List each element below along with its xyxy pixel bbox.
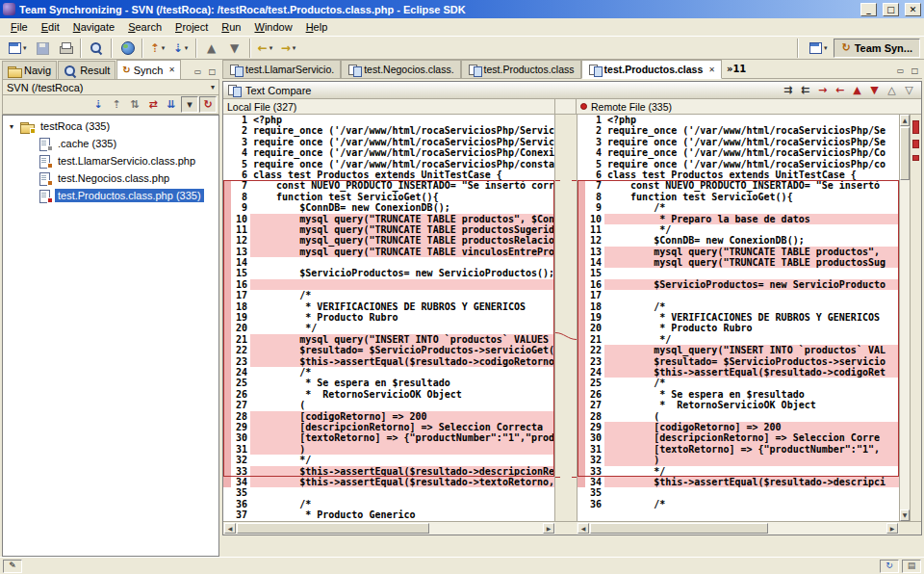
- scroll-up-icon[interactable]: ▲: [900, 115, 910, 126]
- overview-ruler[interactable]: [910, 115, 921, 521]
- diff-marker[interactable]: [912, 120, 919, 134]
- code-text: * VERIFICACIONES DE RUBROS Y GENERICOS: [250, 301, 554, 312]
- maximize-editor-icon[interactable]: □: [908, 65, 922, 78]
- menu-item-search[interactable]: Search: [121, 19, 168, 35]
- copy-right-to-left-button[interactable]: ←: [832, 83, 848, 97]
- menu-item-edit[interactable]: Edit: [35, 19, 66, 35]
- synchronize-tree[interactable]: ▾testRoca (335).cache (335)test.LlamarSe…: [2, 115, 219, 557]
- previous-difference-button[interactable]: ▲: [849, 83, 865, 97]
- code-line: 7 const NUEVO_PRODUCTO_INSERTADO= "Se in…: [223, 180, 554, 191]
- diff-marker[interactable]: [912, 155, 919, 161]
- forward-button[interactable]: →▾: [278, 38, 299, 58]
- close-button[interactable]: ✕: [905, 3, 921, 16]
- page-icon: [38, 172, 51, 185]
- new-wizard-button[interactable]: ▾: [5, 38, 30, 58]
- previous-change-button[interactable]: ▲: [201, 38, 222, 58]
- maximize-button[interactable]: □: [883, 3, 899, 16]
- local-horizontal-scrollbar[interactable]: ◀ ▶: [223, 521, 555, 535]
- search-button[interactable]: [86, 38, 107, 58]
- code-line: 32 */: [223, 455, 554, 465]
- menu-item-file[interactable]: File: [4, 19, 35, 35]
- view-tab-result[interactable]: Result: [58, 61, 116, 79]
- code-line: 30 [descripcionRetorno] => Seleccion Cor…: [578, 432, 899, 443]
- maximize-view-icon[interactable]: □: [205, 65, 219, 79]
- next-change-button[interactable]: ▼: [224, 38, 245, 58]
- local-hscrollbar-thumb[interactable]: [237, 523, 429, 534]
- diff-strip: [223, 312, 231, 323]
- incoming-mode-button[interactable]: ⇣: [90, 96, 107, 113]
- menu-item-project[interactable]: Project: [168, 19, 215, 35]
- next-change-button[interactable]: ▽: [901, 83, 917, 97]
- code-text: /*: [604, 378, 899, 388]
- remote-horizontal-scrollbar[interactable]: ◀ ▶: [577, 521, 899, 535]
- view-corner-buttons: ▭ □: [191, 65, 219, 79]
- close-editor-icon[interactable]: ✕: [708, 65, 715, 74]
- minimize-editor-icon[interactable]: ▭: [893, 65, 908, 78]
- view-menu-icon[interactable]: ▾: [211, 83, 215, 91]
- menu-item-help[interactable]: Help: [299, 19, 335, 35]
- editor-tab-overflow-button[interactable]: »11: [727, 64, 746, 74]
- outgoing-mode-button[interactable]: ⇡: [108, 96, 125, 113]
- back-button[interactable]: ←▾: [255, 38, 276, 58]
- incoming-outgoing-mode-button[interactable]: ⇅: [126, 96, 143, 113]
- copy-all-left-to-right-button[interactable]: ⇉: [780, 83, 796, 97]
- copy-left-to-right-button[interactable]: →: [814, 83, 831, 97]
- menu-item-run[interactable]: Run: [215, 19, 247, 35]
- editor-tab-2[interactable]: test.Negocios.class.: [341, 60, 460, 78]
- minimize-view-icon[interactable]: ▭: [191, 65, 205, 79]
- scroll-left-icon[interactable]: ◀: [224, 523, 236, 534]
- menu-item-navigate[interactable]: Navigate: [66, 19, 121, 35]
- minimize-button[interactable]: _: [860, 3, 877, 16]
- editor-tab-1[interactable]: test.LlamarServicio.: [222, 60, 341, 78]
- tree-item[interactable]: test.Negocios.class.php: [3, 170, 218, 187]
- scroll-left-icon[interactable]: ◀: [578, 523, 589, 534]
- next-difference-button[interactable]: ▼: [866, 83, 883, 97]
- save-button[interactable]: [32, 38, 53, 58]
- view-tab-synch[interactable]: ↻Synch✕: [116, 60, 181, 79]
- team-synchronizing-perspective-button[interactable]: ↻ Team Syn...: [834, 39, 920, 58]
- tree-item-label: test.Negocios.class.php: [55, 171, 172, 185]
- commit-button[interactable]: ⇡▾: [147, 38, 168, 58]
- local-file-pane[interactable]: 1<?php2require_once ('/var/www/html/roca…: [223, 115, 555, 521]
- print-button[interactable]: [55, 38, 76, 58]
- editor-tab-3[interactable]: test.Productos.class: [461, 60, 581, 78]
- open-perspective-button[interactable]: ▾: [806, 38, 831, 58]
- editor-tab-4[interactable]: test.Productos.class✕: [581, 60, 722, 79]
- scroll-right-icon[interactable]: ▶: [543, 523, 554, 534]
- diff-strip: [223, 268, 231, 278]
- update-all-button[interactable]: ⇊: [163, 96, 180, 113]
- close-view-icon[interactable]: ✕: [168, 65, 175, 74]
- scroll-right-icon[interactable]: ▶: [886, 523, 898, 534]
- menu-item-window[interactable]: Window: [247, 19, 298, 35]
- code-text: [textoRetorno] => {"productNumber":"1",: [604, 444, 899, 455]
- tree-expander-icon[interactable]: ▾: [7, 122, 16, 131]
- remote-hscrollbar-thumb[interactable]: [590, 523, 768, 534]
- dropdown-arrow-icon: ▾: [23, 44, 27, 52]
- tree-item[interactable]: ▾testRoca (335): [3, 117, 218, 135]
- view-tab-navig[interactable]: Navig: [2, 61, 57, 79]
- update-button[interactable]: ⇣▾: [170, 38, 192, 58]
- scroll-down-icon[interactable]: ▼: [900, 509, 910, 521]
- previous-change-button[interactable]: △: [884, 83, 900, 97]
- layout-menu-button[interactable]: ▾: [181, 96, 198, 113]
- copy-all-right-to-left-button[interactable]: ⇇: [797, 83, 813, 97]
- vertical-scrollbar-thumb[interactable]: [900, 127, 910, 180]
- line-number: 5: [585, 159, 604, 170]
- diff-marker[interactable]: [912, 140, 919, 148]
- synchronize-button[interactable]: ↻: [199, 96, 217, 113]
- diff-strip: [578, 159, 585, 170]
- code-text: mysql_query("INSERT INTO `productos` VAL…: [250, 334, 554, 345]
- tree-item[interactable]: .cache (335): [3, 135, 218, 152]
- vertical-scrollbar[interactable]: ▲ ▼: [899, 115, 910, 521]
- tree-item[interactable]: test.LlamarServicio.class.php: [3, 152, 218, 170]
- diff-strip: [223, 389, 231, 400]
- diff-strip: [223, 180, 231, 191]
- open-web-browser-button[interactable]: [116, 38, 138, 58]
- tree-item[interactable]: test.Productos.class.php (335): [3, 187, 218, 204]
- incoming-mode-button-icon: ⇣: [93, 99, 102, 110]
- conflicts-mode-button[interactable]: ⇄: [144, 96, 162, 113]
- code-line: 31 ): [223, 444, 554, 455]
- compare-editor: Text Compare ⇉⇇→←▲▼△▽ Local File (327) R…: [222, 81, 922, 535]
- remote-file-pane[interactable]: 1<?php2require_once ('/var/www/html/roca…: [577, 115, 899, 521]
- diff-strip: [578, 202, 585, 213]
